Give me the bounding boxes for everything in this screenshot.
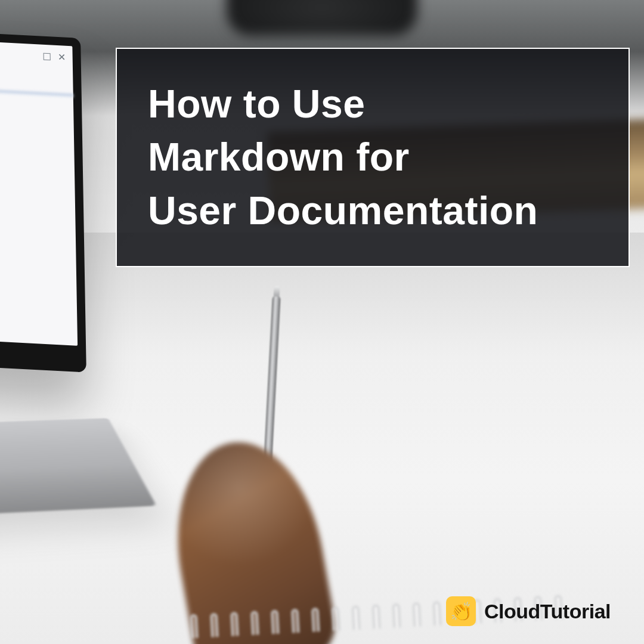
title-text: How to Use Markdown for User Documentati…: [148, 78, 538, 237]
laptop-screen-content: ✕: [0, 39, 78, 346]
brand-badge: 👏: [446, 596, 476, 626]
laptop-screen: ✕: [0, 30, 86, 372]
brand-label: CloudTutorial: [484, 600, 611, 623]
laptop: ✕: [0, 35, 131, 476]
window-close-icon: ✕: [58, 51, 66, 63]
window-controls: ✕: [38, 47, 70, 67]
blurred-object: [227, 0, 417, 36]
app-title-bar: [0, 87, 73, 97]
title-overlay: How to Use Markdown for User Documentati…: [116, 48, 630, 267]
window-restore-icon: [44, 52, 51, 60]
brand-hand-icon: 👏: [450, 601, 472, 622]
brand: 👏 CloudTutorial: [446, 596, 611, 626]
